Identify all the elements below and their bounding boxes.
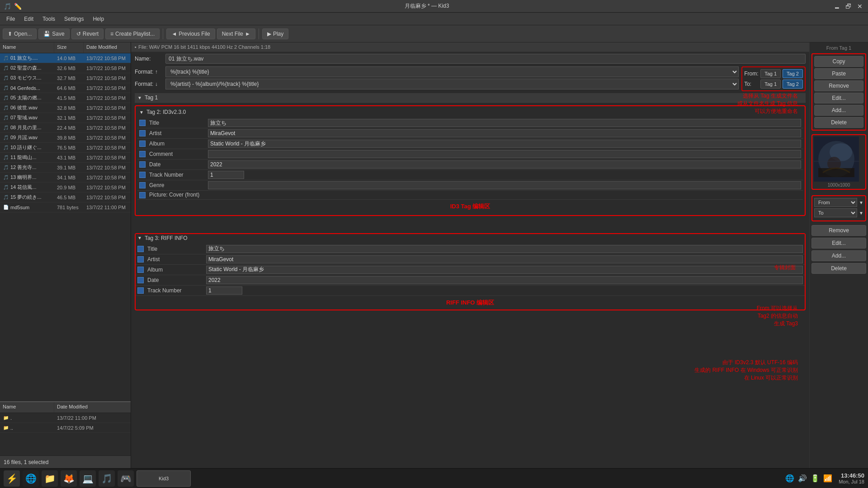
tag2-album-field-value[interactable] xyxy=(206,139,803,149)
col-name[interactable]: Name xyxy=(0,42,54,53)
copy-button[interactable]: Copy xyxy=(814,56,863,67)
menu-file[interactable]: File xyxy=(2,14,19,24)
tag3-artist-field-value[interactable] xyxy=(204,254,805,264)
tag2-artist-field-value[interactable] xyxy=(206,128,803,139)
tag2-collapse-icon[interactable]: ▼ xyxy=(139,110,144,115)
tag3-title-field-value[interactable] xyxy=(204,244,805,254)
tag2-album-input[interactable] xyxy=(208,140,801,148)
list-item[interactable]: 🎵03 モビウス... 32.7 MB 13/7/22 10:58 PM xyxy=(0,73,131,83)
list-item[interactable]: 🎵15 夢の続き... 46.5 MB 13/7/22 10:58 PM xyxy=(0,192,131,202)
tag2-artist-check[interactable] xyxy=(139,130,146,136)
tag3-tracknum-input[interactable] xyxy=(206,286,242,295)
tag3-tracknum-check[interactable] xyxy=(137,287,144,294)
tag2-genre-input[interactable] xyxy=(208,181,801,189)
taskbar-icon-4[interactable]: 🦊 xyxy=(61,470,77,487)
tag3-edit-button[interactable]: Edit... xyxy=(811,238,866,249)
taskbar-icon-1[interactable]: ⚡ xyxy=(4,470,20,487)
tag3-artist-input[interactable] xyxy=(206,255,803,263)
tag2-title-input[interactable] xyxy=(208,119,801,127)
list-item[interactable]: 🎵08 月見の里... 22.4 MB 13/7/22 10:58 PM xyxy=(0,123,131,133)
tag3-album-check[interactable] xyxy=(137,267,144,273)
list-item[interactable]: 🎵02 聖霊の森... 32.6 MB 13/7/22 10:58 PM xyxy=(0,63,131,73)
tag2-date-field-value[interactable] xyxy=(206,160,803,170)
tag2-tracknum-input[interactable] xyxy=(208,171,244,179)
list-item[interactable]: 🎵09 月謡.wav 39.8 MB 13/7/22 10:58 PM xyxy=(0,133,131,143)
name-input[interactable] xyxy=(165,54,806,64)
list-item[interactable]: 🎵14 花信風... 20.9 MB 13/7/22 10:58 PM xyxy=(0,183,131,192)
format-down-select[interactable]: %{artist} - %{album}/%{track} %{title} xyxy=(165,79,739,89)
taskbar-active-app[interactable]: Kid3 xyxy=(137,470,191,487)
list-item[interactable]: 🎵12 善光寺... 39.1 MB 13/7/22 10:58 PM xyxy=(0,163,131,173)
tag3-from-select[interactable]: From xyxy=(814,198,857,207)
format-up-select[interactable]: %{track} %{title} xyxy=(165,66,739,77)
previous-file-button[interactable]: ◄ Previous File xyxy=(166,28,215,39)
remove-button[interactable]: Remove xyxy=(814,80,863,91)
tag3-album-input[interactable] xyxy=(206,266,803,274)
tag2-artist-input[interactable] xyxy=(208,129,801,137)
taskbar-icon-3[interactable]: 📁 xyxy=(42,470,58,487)
tag1-collapse-icon[interactable]: ▼ xyxy=(137,95,142,100)
list-item[interactable]: 🎵04 Genfeds... 64.6 MB 13/7/22 10:58 PM xyxy=(0,83,131,93)
revert-button[interactable]: ↺ Revert xyxy=(71,28,104,39)
menu-tools[interactable]: Tools xyxy=(38,14,60,24)
bottom-col-date[interactable]: Date Modified xyxy=(54,402,131,413)
list-item[interactable]: 🎵13 幽明界... 34.1 MB 13/7/22 10:58 PM xyxy=(0,173,131,183)
col-date[interactable]: Date Modified xyxy=(84,42,131,53)
list-item[interactable]: 📁.. 14/7/22 5:09 PM xyxy=(0,423,131,433)
list-item[interactable]: 🎵10 語り継ぐ... 76.5 MB 13/7/22 10:58 PM xyxy=(0,143,131,153)
menu-help[interactable]: Help xyxy=(88,14,108,24)
list-item[interactable]: 🎵01 旅立ち.... 14.0 MB 13/7/22 10:58 PM xyxy=(0,53,131,63)
menu-settings[interactable]: Settings xyxy=(60,14,88,24)
tag3-delete-button[interactable]: Delete xyxy=(811,263,866,274)
tag3-tracknum-field-value[interactable] xyxy=(204,285,805,296)
create-playlist-button[interactable]: ≡ Create Playlist... xyxy=(105,28,160,39)
tag3-remove-button[interactable]: Remove xyxy=(811,225,866,236)
album-art[interactable] xyxy=(814,136,859,182)
add-button[interactable]: Add... xyxy=(814,105,863,116)
save-button[interactable]: 💾 Save xyxy=(38,28,69,39)
taskbar-icon-6[interactable]: 🎵 xyxy=(99,470,115,487)
tag2-album-check[interactable] xyxy=(139,141,146,147)
list-item[interactable]: 🎵05 太陽の燃... 41.5 MB 13/7/22 10:58 PM xyxy=(0,93,131,103)
tag3-date-field-value[interactable] xyxy=(204,275,805,285)
tag2-picture-check[interactable] xyxy=(139,192,146,198)
from-tag1-button[interactable]: Tag 1 xyxy=(760,69,781,78)
tag3-add-button[interactable]: Add... xyxy=(811,250,866,261)
tag2-genre-field-value[interactable] xyxy=(206,180,803,191)
tag3-album-field-value[interactable] xyxy=(204,264,805,275)
close-button[interactable]: ✕ xyxy=(855,3,864,10)
tag2-tracknum-check[interactable] xyxy=(139,172,146,178)
taskbar-icon-2[interactable]: 🌐 xyxy=(23,470,39,487)
tag3-to-select[interactable]: To xyxy=(814,208,857,217)
tag2-date-check[interactable] xyxy=(139,161,146,168)
tag3-title-check[interactable] xyxy=(137,246,144,252)
list-item[interactable]: 🎵11 龍鳴山... 43.1 MB 13/7/22 10:58 PM xyxy=(0,153,131,163)
minimize-button[interactable]: 🗕 xyxy=(832,3,842,10)
paste-button[interactable]: Paste xyxy=(814,68,863,79)
tag2-comment-check[interactable] xyxy=(139,151,146,157)
open-button[interactable]: ⬆ Open... xyxy=(3,28,37,39)
list-item[interactable]: 🎵07 聖域.wav 32.1 MB 13/7/22 10:58 PM xyxy=(0,113,131,123)
tag2-date-input[interactable] xyxy=(208,160,801,169)
menu-edit[interactable]: Edit xyxy=(19,14,38,24)
tag3-title-input[interactable] xyxy=(206,245,803,253)
from-tag2-button[interactable]: Tag 2 xyxy=(783,69,803,78)
restore-button[interactable]: 🗗 xyxy=(844,3,854,10)
tag3-collapse-icon[interactable]: ▼ xyxy=(137,235,142,240)
tag2-comment-field-value[interactable] xyxy=(206,149,803,160)
to-tag2-button[interactable]: Tag 2 xyxy=(783,80,803,89)
list-item[interactable]: 📄md5sum 781 bytes 13/7/22 11:00 PM xyxy=(0,202,131,212)
tag2-title-field-value[interactable] xyxy=(206,118,803,128)
taskbar-icon-7[interactable]: 🎮 xyxy=(118,470,134,487)
tag2-title-check[interactable] xyxy=(139,120,146,126)
tag2-genre-check[interactable] xyxy=(139,182,146,188)
taskbar-icon-5[interactable]: 💻 xyxy=(80,470,96,487)
col-size[interactable]: Size xyxy=(54,42,84,53)
tag3-date-input[interactable] xyxy=(206,276,803,284)
tag2-comment-input[interactable] xyxy=(208,150,801,158)
edit-button[interactable]: Edit... xyxy=(814,93,863,103)
tag3-date-check[interactable] xyxy=(137,277,144,283)
list-item[interactable]: 📁. 13/7/22 11:00 PM xyxy=(0,413,131,423)
to-tag1-button[interactable]: Tag 1 xyxy=(760,80,781,89)
list-item[interactable]: 🎵06 彼世.wav 32.8 MB 13/7/22 10:58 PM xyxy=(0,103,131,113)
